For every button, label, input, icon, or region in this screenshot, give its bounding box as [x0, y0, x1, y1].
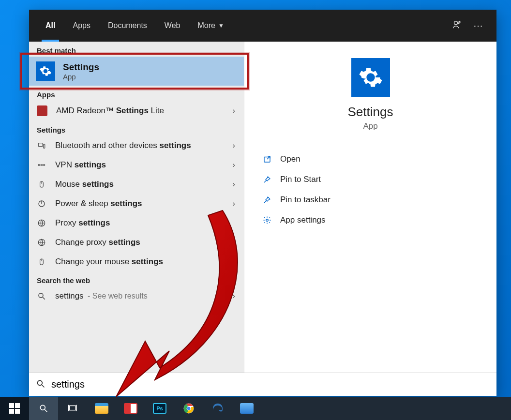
preview-title: Settings [348, 105, 393, 120]
svg-point-4 [41, 165, 43, 166]
taskbar-chrome[interactable] [174, 397, 203, 420]
devices-icon [37, 141, 46, 150]
tab-web[interactable]: Web [156, 10, 189, 42]
taskbar-app-red[interactable] [116, 397, 145, 420]
chevron-right-icon: › [232, 180, 235, 189]
svg-rect-1 [38, 143, 43, 147]
chrome-icon [183, 403, 195, 414]
taskbar-control-panel[interactable] [232, 397, 261, 420]
search-results-panel: All Apps Documents Web More▼ ⋯ Best matc… [29, 10, 496, 396]
edge-icon [212, 403, 224, 414]
taskbar: Ps [0, 397, 511, 420]
best-match-settings[interactable]: Settings App [29, 57, 244, 86]
action-pin-to-taskbar[interactable]: Pin to taskbar [262, 190, 496, 210]
svg-rect-22 [70, 406, 76, 410]
feedback-icon[interactable] [446, 19, 467, 32]
svg-point-20 [40, 405, 45, 410]
windows-logo-icon [9, 403, 20, 414]
chevron-down-icon: ▼ [218, 22, 224, 29]
chevron-right-icon: › [232, 199, 235, 209]
pin-icon [262, 174, 272, 185]
pin-icon [262, 195, 272, 205]
taskbar-file-explorer[interactable] [87, 397, 116, 420]
search-filter-tabs: All Apps Documents Web More▼ ⋯ [29, 10, 496, 42]
section-apps: Apps [29, 86, 244, 101]
svg-point-18 [37, 380, 42, 385]
tab-apps[interactable]: Apps [64, 10, 99, 42]
taskbar-search-button[interactable] [29, 397, 58, 420]
gear-outline-icon [262, 215, 272, 225]
control-panel-icon [240, 403, 254, 414]
chevron-right-icon: › [232, 141, 235, 150]
section-settings: Settings [29, 121, 244, 136]
folder-icon [95, 403, 108, 414]
section-best-match: Best match [29, 42, 244, 57]
gear-icon [36, 61, 55, 81]
result-vpn-settings[interactable]: VPN settings › [29, 155, 244, 175]
result-change-mouse-settings[interactable]: Change your mouse settings [29, 252, 244, 271]
open-icon [262, 154, 272, 165]
preview-subtitle: App [363, 121, 377, 131]
gear-icon [351, 58, 390, 97]
best-match-title: Settings [63, 62, 99, 73]
svg-point-17 [266, 219, 269, 222]
svg-point-5 [44, 165, 45, 166]
action-app-settings[interactable]: App settings [262, 210, 496, 230]
svg-line-15 [43, 297, 45, 300]
vpn-icon [37, 160, 46, 170]
tab-documents[interactable]: Documents [99, 10, 156, 42]
result-mouse-settings[interactable]: Mouse settings › [29, 175, 244, 194]
svg-point-14 [39, 293, 43, 298]
svg-point-0 [454, 21, 458, 24]
chevron-right-icon: › [232, 160, 235, 170]
result-amd-radeon-settings-lite[interactable]: AMD Radeon™ Settings Lite › [29, 101, 244, 121]
result-bluetooth-devices-settings[interactable]: Bluetooth and other devices settings › [29, 136, 244, 155]
amd-icon [37, 105, 47, 116]
svg-rect-2 [44, 144, 45, 148]
taskbar-edge[interactable] [203, 397, 232, 420]
mouse-icon [37, 257, 46, 267]
tab-all[interactable]: All [37, 10, 64, 42]
taskbar-photoshop[interactable]: Ps [145, 397, 174, 420]
result-search-web-settings[interactable]: settings - See web results › [29, 286, 244, 306]
best-match-subtitle: App [63, 73, 99, 81]
task-view-button[interactable] [58, 397, 87, 420]
result-change-proxy-settings[interactable]: Change proxy settings [29, 233, 244, 252]
power-icon [37, 199, 46, 209]
svg-rect-16 [264, 157, 270, 163]
svg-line-19 [42, 385, 45, 387]
result-power-sleep-settings[interactable]: Power & sleep settings › [29, 194, 244, 213]
action-open[interactable]: Open [262, 149, 496, 169]
preview-header: Settings App [244, 42, 496, 143]
mouse-icon [37, 180, 46, 189]
tab-more[interactable]: More▼ [189, 10, 232, 42]
more-options-icon[interactable]: ⋯ [467, 20, 489, 31]
globe-icon [37, 218, 46, 228]
action-pin-to-start[interactable]: Pin to Start [262, 169, 496, 190]
chevron-right-icon: › [232, 106, 235, 116]
svg-point-3 [38, 165, 40, 166]
svg-line-21 [45, 410, 47, 412]
search-icon [37, 291, 46, 301]
search-input[interactable] [51, 379, 490, 390]
search-bar [29, 373, 496, 396]
section-search-web: Search the web [29, 271, 244, 286]
globe-icon [37, 238, 46, 247]
search-icon [36, 379, 45, 390]
chevron-right-icon: › [232, 291, 235, 301]
start-button[interactable] [0, 397, 29, 420]
result-proxy-settings[interactable]: Proxy settings [29, 213, 244, 233]
